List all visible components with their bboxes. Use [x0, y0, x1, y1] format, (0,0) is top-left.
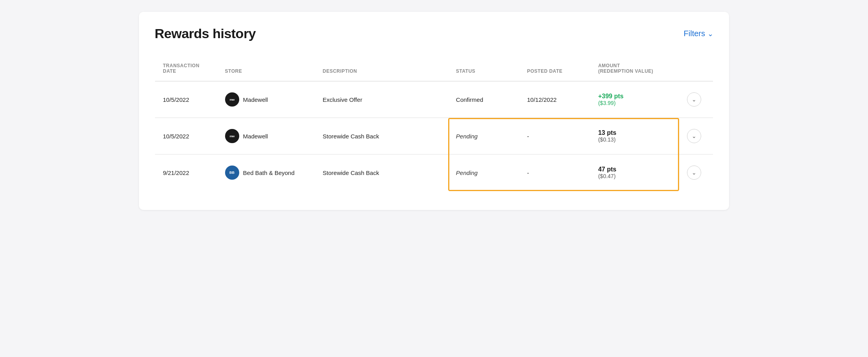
filters-button[interactable]: Filters ⌄	[684, 29, 713, 38]
status-cell: Confirmed	[448, 81, 519, 118]
expand-button[interactable]: ⌄	[687, 129, 701, 143]
store-logo: mw	[225, 92, 239, 107]
table-row: 9/21/2022 BB Bed Bath & Beyond Storewide…	[155, 155, 713, 191]
redemption-value: ($0.13)	[598, 136, 671, 143]
expand-cell: ⌄	[679, 118, 713, 155]
transaction-date-cell: 10/5/2022	[155, 118, 217, 155]
table-row: 10/5/2022 mw Madewell Storewide Cash Bac…	[155, 118, 713, 155]
col-header-amount: AMOUNT(REDEMPTION VALUE)	[590, 56, 679, 81]
status-cell: Pending	[448, 118, 519, 155]
table-header-row: TRANSACTION DATE STORE DESCRIPTION STATU…	[155, 56, 713, 81]
store-logo: mw	[225, 129, 239, 143]
posted-date-cell: 10/12/2022	[519, 81, 591, 118]
expand-button[interactable]: ⌄	[687, 92, 701, 107]
description-cell: Exclusive Offer	[315, 81, 448, 118]
store-cell: BB Bed Bath & Beyond	[217, 155, 315, 191]
col-header-description: DESCRIPTION	[315, 56, 448, 81]
redemption-value: ($0.47)	[598, 173, 671, 179]
col-header-transaction-date: TRANSACTION DATE	[155, 56, 217, 81]
store-logo-text: mw	[229, 134, 234, 138]
status-pending: Pending	[456, 133, 478, 140]
description-cell: Storewide Cash Back	[315, 118, 448, 155]
table-wrapper: TRANSACTION DATE STORE DESCRIPTION STATU…	[155, 55, 713, 191]
expand-cell: ⌄	[679, 155, 713, 191]
col-header-posted-date: POSTED DATE	[519, 56, 591, 81]
posted-date-cell: -	[519, 118, 591, 155]
transaction-date-cell: 10/5/2022	[155, 81, 217, 118]
page-header: Rewards history Filters ⌄	[155, 26, 713, 41]
table-row: 10/5/2022 mw Madewell Exclusive Offer Co…	[155, 81, 713, 118]
points-value: 47 pts	[598, 166, 671, 173]
amount-cell: 47 pts ($0.47)	[590, 155, 679, 191]
store-logo-text: mw	[229, 98, 234, 101]
points-value: 13 pts	[598, 129, 671, 136]
chevron-down-icon: ⌄	[707, 29, 713, 38]
store-name: Madewell	[243, 96, 268, 103]
expand-cell: ⌄	[679, 81, 713, 118]
store-name: Madewell	[243, 133, 268, 140]
store-cell: mw Madewell	[217, 81, 315, 118]
page-title: Rewards history	[155, 26, 256, 41]
posted-date-cell: -	[519, 155, 591, 191]
col-header-store: STORE	[217, 56, 315, 81]
store-cell: mw Madewell	[217, 118, 315, 155]
transaction-date-cell: 9/21/2022	[155, 155, 217, 191]
rewards-table: TRANSACTION DATE STORE DESCRIPTION STATU…	[155, 55, 713, 191]
status-pending: Pending	[456, 169, 478, 176]
col-header-status: STATUS	[448, 56, 519, 81]
amount-cell: +399 pts ($3.99)	[590, 81, 679, 118]
points-value: +399 pts	[598, 93, 671, 100]
status-cell: Pending	[448, 155, 519, 191]
store-logo-text: BB	[229, 171, 235, 175]
redemption-value: ($3.99)	[598, 100, 671, 106]
page-container: Rewards history Filters ⌄ TRANSACTION DA…	[139, 12, 729, 210]
store-logo: BB	[225, 166, 239, 180]
expand-button[interactable]: ⌄	[687, 166, 701, 180]
store-name: Bed Bath & Beyond	[243, 169, 295, 176]
description-cell: Storewide Cash Back	[315, 155, 448, 191]
col-header-expand	[679, 56, 713, 81]
amount-cell: 13 pts ($0.13)	[590, 118, 679, 155]
filters-label: Filters	[684, 29, 705, 38]
